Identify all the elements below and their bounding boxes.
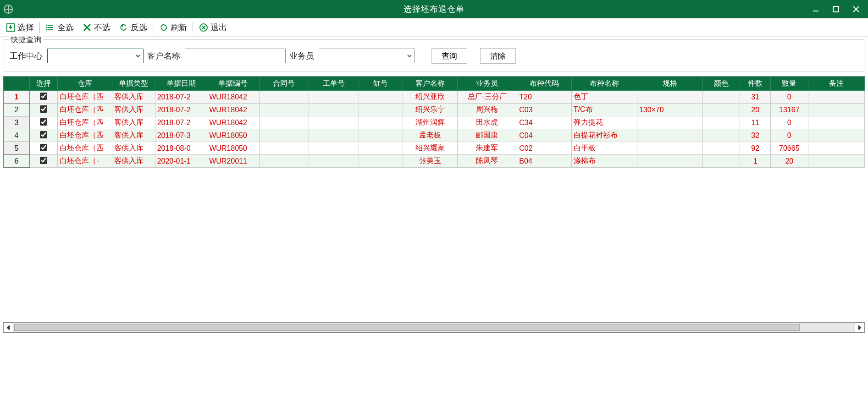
select-button[interactable]: 选择 [3,21,37,34]
cell-work-order[interactable] [309,142,359,155]
col-remark[interactable]: 备注 [808,77,864,91]
row-checkbox[interactable] [40,105,47,113]
cell-remark[interactable] [808,104,864,116]
cell-doc-date[interactable]: 2018-08-0 [155,142,207,155]
table-row[interactable]: 6白坯仓库（-客供入库2020-01-1WUR20011张美玉陈凤琴B04涤棉布… [4,155,865,168]
cell-pieces[interactable]: 32 [740,129,771,142]
cell-vat-no[interactable] [359,155,403,168]
select-all-button[interactable]: 全选 [43,21,77,34]
cell-cloth-code[interactable]: C34 [517,116,571,129]
row-checkbox-cell[interactable] [29,104,58,116]
row-checkbox[interactable] [40,144,47,151]
exit-button[interactable]: 退出 [196,21,230,34]
cell-pieces[interactable]: 31 [740,91,771,104]
cell-qty[interactable]: 70665 [771,142,808,155]
cell-warehouse[interactable]: 白坯仓库（匹 [58,116,112,129]
row-checkbox-cell[interactable] [29,129,58,142]
cell-cloth-name[interactable]: 白提花衬衫布 [571,129,637,142]
scroll-thumb[interactable] [14,324,800,331]
cell-cloth-name[interactable]: 色丁 [571,91,637,104]
row-number[interactable]: 4 [4,129,30,142]
cell-customer[interactable]: 张美玉 [403,155,457,168]
table-row[interactable]: 3白坯仓库（匹客供入库2018-07-2WUR18042湖州润辉田水虎C34弹力… [4,116,865,129]
refresh-button[interactable]: 刷新 [156,21,190,34]
cell-spec[interactable] [637,155,702,168]
table-row[interactable]: 5白坯仓库（匹客供入库2018-08-0WUR18050绍兴耀家朱建军C02白平… [4,142,865,155]
cell-cloth-code[interactable]: T20 [517,91,571,104]
row-checkbox-cell[interactable] [29,142,58,155]
col-cloth-name[interactable]: 布种名称 [571,77,637,91]
row-checkbox-cell[interactable] [29,116,58,129]
col-spec[interactable]: 规格 [637,77,702,91]
cell-spec[interactable]: 130×70 [637,104,702,116]
cell-customer[interactable]: 绍兴乐宁 [403,104,457,116]
search-button[interactable]: 查询 [431,48,467,64]
cell-cloth-code[interactable]: C04 [517,129,571,142]
cell-remark[interactable] [808,129,864,142]
cell-customer[interactable]: 孟老板 [403,129,457,142]
cell-work-order[interactable] [309,129,359,142]
cell-doc-date[interactable]: 2018-07-2 [155,116,207,129]
cell-cloth-name[interactable]: T/C布 [571,104,637,116]
col-vat-no[interactable]: 缸号 [359,77,403,91]
cell-doc-no[interactable]: WUR18050 [207,142,260,155]
cell-cloth-name[interactable]: 弹力提花 [571,116,637,129]
scroll-left-button[interactable] [3,323,13,332]
cell-doc-no[interactable]: WUR20011 [207,155,260,168]
work-center-combo[interactable] [47,49,144,63]
table-row[interactable]: 1白坯仓库（匹客供入库2018-07-2WUR18042绍兴亚欣总厂-三分厂T2… [4,91,865,104]
cell-contract[interactable] [259,104,309,116]
cell-vat-no[interactable] [359,116,403,129]
cell-doc-no[interactable]: WUR18050 [207,129,260,142]
cell-color[interactable] [703,116,740,129]
cell-customer[interactable]: 绍兴耀家 [403,142,457,155]
data-grid[interactable]: 选择 仓库 单据类型 单据日期 单据编号 合同号 工单号 缸号 客户名称 业务员… [3,76,865,333]
cell-remark[interactable] [808,116,864,129]
close-button[interactable] [846,0,866,18]
customer-input[interactable] [185,49,286,63]
cell-doc-type[interactable]: 客供入库 [112,142,155,155]
cell-qty[interactable]: 0 [771,91,808,104]
cell-pieces[interactable]: 1 [740,155,771,168]
row-number[interactable]: 2 [4,104,30,116]
cell-spec[interactable] [637,142,702,155]
cell-salesman[interactable]: 周兴梅 [457,104,517,116]
cell-doc-type[interactable]: 客供入库 [112,155,155,168]
col-select[interactable]: 选择 [29,77,58,91]
cell-work-order[interactable] [309,104,359,116]
row-checkbox-cell[interactable] [29,91,58,104]
horizontal-scrollbar[interactable] [3,322,865,332]
cell-doc-date[interactable]: 2018-07-2 [155,91,207,104]
cell-qty[interactable]: 0 [771,116,808,129]
cell-salesman[interactable]: 郦国康 [457,129,517,142]
row-checkbox[interactable] [40,157,47,164]
cell-color[interactable] [703,104,740,116]
cell-cloth-name[interactable]: 白平板 [571,142,637,155]
row-checkbox[interactable] [40,131,47,138]
cell-vat-no[interactable] [359,129,403,142]
cell-spec[interactable] [637,91,702,104]
cell-warehouse[interactable]: 白坯仓库（- [58,155,112,168]
cell-qty[interactable]: 20 [771,155,808,168]
col-warehouse[interactable]: 仓库 [58,77,112,91]
row-number[interactable]: 6 [4,155,30,168]
cell-work-order[interactable] [309,91,359,104]
col-cloth-code[interactable]: 布种代码 [517,77,571,91]
cell-doc-date[interactable]: 2020-01-1 [155,155,207,168]
cell-customer[interactable]: 绍兴亚欣 [403,91,457,104]
table-row[interactable]: 2白坯仓库（匹客供入库2018-07-2WUR18042绍兴乐宁周兴梅C03T/… [4,104,865,116]
cell-cloth-code[interactable]: B04 [517,155,571,168]
cell-doc-type[interactable]: 客供入库 [112,91,155,104]
col-doc-date[interactable]: 单据日期 [155,77,207,91]
col-doc-no[interactable]: 单据编号 [207,77,260,91]
cell-qty[interactable]: 0 [771,129,808,142]
cell-vat-no[interactable] [359,91,403,104]
maximize-button[interactable] [826,0,846,18]
cell-color[interactable] [703,142,740,155]
cell-warehouse[interactable]: 白坯仓库（匹 [58,129,112,142]
cell-contract[interactable] [259,142,309,155]
salesman-combo[interactable] [319,49,415,63]
scroll-track[interactable] [13,323,855,332]
cell-contract[interactable] [259,91,309,104]
row-checkbox[interactable] [40,118,47,126]
